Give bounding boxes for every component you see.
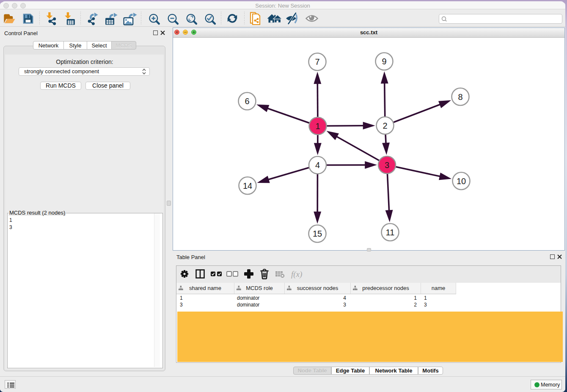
svg-text:15: 15 — [313, 229, 322, 238]
svg-text:10: 10 — [457, 177, 466, 186]
svg-text:4: 4 — [315, 160, 320, 170]
svg-text:2: 2 — [383, 121, 387, 130]
svg-text:7: 7 — [315, 57, 319, 66]
svg-text:8: 8 — [458, 92, 462, 102]
svg-text:6: 6 — [245, 97, 249, 106]
svg-text:1: 1 — [315, 121, 320, 131]
svg-text:f(x): f(x) — [291, 270, 302, 279]
svg-text:11: 11 — [386, 228, 395, 237]
svg-text:3: 3 — [385, 160, 389, 170]
svg-text:14: 14 — [243, 181, 252, 190]
svg-text:9: 9 — [382, 57, 386, 66]
